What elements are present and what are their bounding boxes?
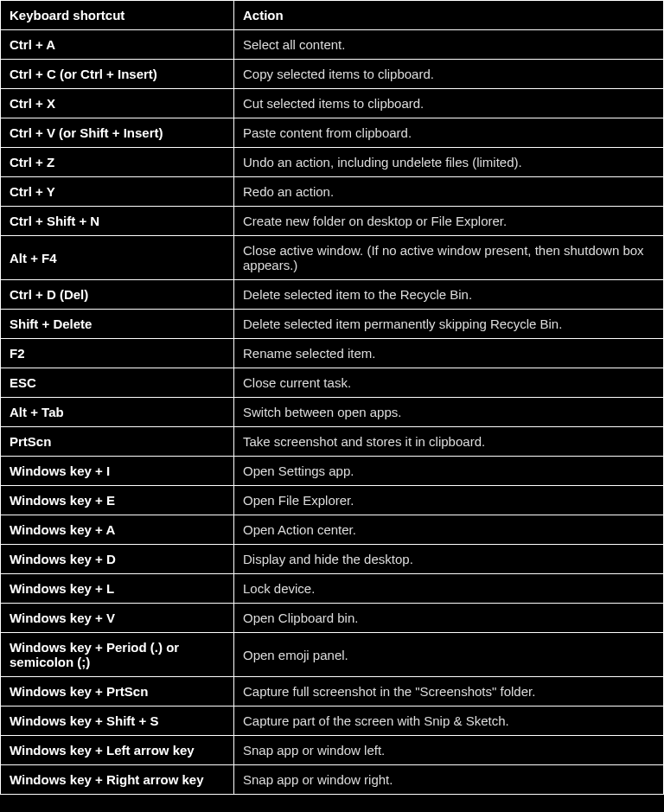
- shortcut-cell: Ctrl + C (or Ctrl + Insert): [1, 60, 234, 89]
- shortcut-cell: Windows key + Right arrow key: [1, 765, 234, 795]
- shortcut-cell: PrtScn: [1, 427, 234, 457]
- shortcut-cell: Ctrl + V (or Shift + Insert): [1, 118, 234, 148]
- header-shortcut: Keyboard shortcut: [1, 1, 234, 30]
- table-row: Ctrl + XCut selected items to clipboard.: [1, 89, 664, 118]
- action-cell: Undo an action, including undelete files…: [234, 148, 664, 177]
- table-row: Windows key + DDisplay and hide the desk…: [1, 545, 664, 574]
- table-row: Alt + TabSwitch between open apps.: [1, 398, 664, 427]
- table-row: Ctrl + Shift + NCreate new folder on des…: [1, 207, 664, 236]
- table-row: Windows key + Shift + SCapture part of t…: [1, 707, 664, 736]
- action-cell: Capture full screenshot in the "Screensh…: [234, 677, 664, 707]
- table-row: Shift + DeleteDelete selected item perma…: [1, 310, 664, 339]
- shortcut-cell: ESC: [1, 368, 234, 398]
- table-row: Windows key + Period (.) or semicolon (;…: [1, 633, 664, 677]
- shortcut-cell: Windows key + A: [1, 515, 234, 545]
- action-cell: Snap app or window left.: [234, 736, 664, 765]
- action-cell: Snap app or window right.: [234, 765, 664, 795]
- table-row: Windows key + Left arrow keySnap app or …: [1, 736, 664, 765]
- action-cell: Close current task.: [234, 368, 664, 398]
- shortcut-cell: Windows key + PrtScn: [1, 677, 234, 707]
- table-row: Ctrl + YRedo an action.: [1, 177, 664, 207]
- table-row: Ctrl + C (or Ctrl + Insert)Copy selected…: [1, 60, 664, 89]
- shortcut-cell: Alt + Tab: [1, 398, 234, 427]
- shortcut-cell: Ctrl + Z: [1, 148, 234, 177]
- action-cell: Create new folder on desktop or File Exp…: [234, 207, 664, 236]
- action-cell: Cut selected items to clipboard.: [234, 89, 664, 118]
- action-cell: Lock device.: [234, 574, 664, 604]
- shortcut-cell: Windows key + D: [1, 545, 234, 574]
- table-row: Alt + F4Close active window. (If no acti…: [1, 236, 664, 280]
- shortcut-cell: Ctrl + X: [1, 89, 234, 118]
- action-cell: Rename selected item.: [234, 339, 664, 368]
- action-cell: Close active window. (If no active windo…: [234, 236, 664, 280]
- table-row: ESCClose current task.: [1, 368, 664, 398]
- shortcut-cell: Windows key + V: [1, 604, 234, 633]
- table-row: PrtScnTake screenshot and stores it in c…: [1, 427, 664, 457]
- table-row: Windows key + VOpen Clipboard bin.: [1, 604, 664, 633]
- action-cell: Open File Explorer.: [234, 486, 664, 515]
- action-cell: Switch between open apps.: [234, 398, 664, 427]
- table-row: Windows key + IOpen Settings app.: [1, 457, 664, 486]
- table-row: Windows key + AOpen Action center.: [1, 515, 664, 545]
- action-cell: Open Clipboard bin.: [234, 604, 664, 633]
- action-cell: Capture part of the screen with Snip & S…: [234, 707, 664, 736]
- action-cell: Copy selected items to clipboard.: [234, 60, 664, 89]
- shortcut-cell: Windows key + Shift + S: [1, 707, 234, 736]
- action-cell: Display and hide the desktop.: [234, 545, 664, 574]
- action-cell: Paste content from clipboard.: [234, 118, 664, 148]
- shortcut-cell: Ctrl + D (Del): [1, 280, 234, 310]
- table-row: Ctrl + V (or Shift + Insert)Paste conten…: [1, 118, 664, 148]
- table-row: Windows key + LLock device.: [1, 574, 664, 604]
- table-row: Windows key + Right arrow keySnap app or…: [1, 765, 664, 795]
- shortcut-cell: Ctrl + Y: [1, 177, 234, 207]
- shortcut-cell: Windows key + L: [1, 574, 234, 604]
- table-row: Windows key + EOpen File Explorer.: [1, 486, 664, 515]
- table-row: Ctrl + ZUndo an action, including undele…: [1, 148, 664, 177]
- shortcut-cell: Windows key + E: [1, 486, 234, 515]
- action-cell: Take screenshot and stores it in clipboa…: [234, 427, 664, 457]
- action-cell: Open Settings app.: [234, 457, 664, 486]
- table-row: Ctrl + D (Del)Delete selected item to th…: [1, 280, 664, 310]
- table-row: F2Rename selected item.: [1, 339, 664, 368]
- shortcut-cell: Windows key + Period (.) or semicolon (;…: [1, 633, 234, 677]
- shortcut-cell: F2: [1, 339, 234, 368]
- header-action: Action: [234, 1, 664, 30]
- shortcut-cell: Windows key + I: [1, 457, 234, 486]
- action-cell: Open Action center.: [234, 515, 664, 545]
- action-cell: Redo an action.: [234, 177, 664, 207]
- shortcut-cell: Windows key + Left arrow key: [1, 736, 234, 765]
- table-row: Ctrl + ASelect all content.: [1, 30, 664, 60]
- shortcuts-table: Keyboard shortcut Action Ctrl + ASelect …: [0, 0, 664, 795]
- shortcut-cell: Shift + Delete: [1, 310, 234, 339]
- shortcut-cell: Ctrl + Shift + N: [1, 207, 234, 236]
- action-cell: Delete selected item to the Recycle Bin.: [234, 280, 664, 310]
- action-cell: Open emoji panel.: [234, 633, 664, 677]
- shortcut-cell: Alt + F4: [1, 236, 234, 280]
- table-header-row: Keyboard shortcut Action: [1, 1, 664, 30]
- action-cell: Select all content.: [234, 30, 664, 60]
- action-cell: Delete selected item permanently skippin…: [234, 310, 664, 339]
- shortcut-cell: Ctrl + A: [1, 30, 234, 60]
- table-row: Windows key + PrtScnCapture full screens…: [1, 677, 664, 707]
